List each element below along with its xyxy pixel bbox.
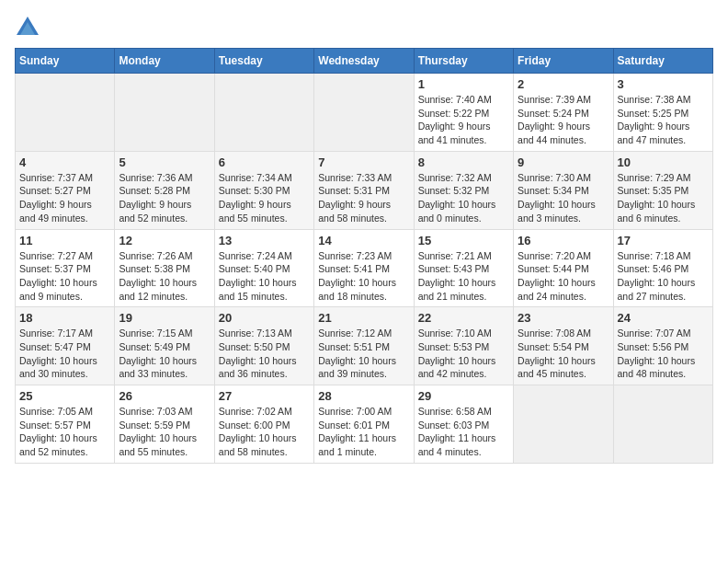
calendar-cell: 4Sunrise: 7:37 AMSunset: 5:27 PMDaylight… bbox=[16, 151, 115, 229]
day-info: Sunrise: 7:10 AMSunset: 5:53 PMDaylight:… bbox=[418, 327, 509, 381]
calendar-week-row: 4Sunrise: 7:37 AMSunset: 5:27 PMDaylight… bbox=[16, 151, 713, 229]
calendar-cell: 16Sunrise: 7:20 AMSunset: 5:44 PMDayligh… bbox=[514, 229, 613, 307]
day-info: Sunrise: 7:32 AMSunset: 5:32 PMDaylight:… bbox=[418, 171, 509, 225]
day-number: 20 bbox=[219, 311, 310, 325]
day-number: 4 bbox=[19, 155, 110, 169]
day-info: Sunrise: 7:40 AMSunset: 5:22 PMDaylight:… bbox=[418, 93, 509, 147]
day-info: Sunrise: 7:17 AMSunset: 5:47 PMDaylight:… bbox=[19, 327, 110, 381]
day-info: Sunrise: 7:07 AMSunset: 5:56 PMDaylight:… bbox=[618, 327, 709, 381]
day-number: 5 bbox=[119, 155, 210, 169]
day-info: Sunrise: 6:58 AMSunset: 6:03 PMDaylight:… bbox=[418, 405, 509, 459]
day-info: Sunrise: 7:29 AMSunset: 5:35 PMDaylight:… bbox=[618, 171, 709, 225]
calendar-cell: 18Sunrise: 7:17 AMSunset: 5:47 PMDayligh… bbox=[16, 307, 115, 385]
calendar-cell: 29Sunrise: 6:58 AMSunset: 6:03 PMDayligh… bbox=[414, 385, 513, 464]
day-info: Sunrise: 7:39 AMSunset: 5:24 PMDaylight:… bbox=[518, 93, 609, 147]
day-info: Sunrise: 7:21 AMSunset: 5:43 PMDaylight:… bbox=[418, 249, 509, 304]
calendar-cell bbox=[613, 385, 712, 464]
day-info: Sunrise: 7:20 AMSunset: 5:44 PMDaylight:… bbox=[518, 249, 609, 304]
calendar-cell: 24Sunrise: 7:07 AMSunset: 5:56 PMDayligh… bbox=[613, 307, 712, 385]
day-info: Sunrise: 7:38 AMSunset: 5:25 PMDaylight:… bbox=[618, 93, 709, 147]
day-number: 14 bbox=[318, 234, 409, 247]
calendar-cell bbox=[16, 74, 115, 152]
calendar-header-row: SundayMondayTuesdayWednesdayThursdayFrid… bbox=[16, 49, 713, 74]
day-number: 13 bbox=[219, 234, 310, 247]
day-number: 6 bbox=[219, 155, 310, 169]
day-number: 7 bbox=[318, 155, 409, 169]
calendar-cell: 19Sunrise: 7:15 AMSunset: 5:49 PMDayligh… bbox=[115, 307, 214, 385]
day-info: Sunrise: 7:03 AMSunset: 5:59 PMDaylight:… bbox=[119, 405, 210, 459]
calendar-week-row: 11Sunrise: 7:27 AMSunset: 5:37 PMDayligh… bbox=[16, 229, 713, 307]
column-header-sunday: Sunday bbox=[16, 49, 115, 74]
day-info: Sunrise: 7:13 AMSunset: 5:50 PMDaylight:… bbox=[219, 327, 310, 381]
calendar-cell: 11Sunrise: 7:27 AMSunset: 5:37 PMDayligh… bbox=[16, 229, 115, 307]
day-number: 3 bbox=[618, 77, 709, 91]
calendar-week-row: 1Sunrise: 7:40 AMSunset: 5:22 PMDaylight… bbox=[16, 74, 713, 152]
calendar-cell: 2Sunrise: 7:39 AMSunset: 5:24 PMDaylight… bbox=[514, 74, 613, 152]
day-number: 11 bbox=[19, 234, 110, 247]
day-number: 28 bbox=[318, 389, 409, 403]
day-number: 27 bbox=[219, 389, 310, 403]
day-info: Sunrise: 7:36 AMSunset: 5:28 PMDaylight:… bbox=[119, 171, 210, 225]
day-number: 12 bbox=[119, 234, 210, 247]
calendar-cell: 25Sunrise: 7:05 AMSunset: 5:57 PMDayligh… bbox=[16, 385, 115, 464]
logo-icon bbox=[15, 15, 40, 40]
calendar-cell: 21Sunrise: 7:12 AMSunset: 5:51 PMDayligh… bbox=[314, 307, 414, 385]
calendar-cell: 20Sunrise: 7:13 AMSunset: 5:50 PMDayligh… bbox=[214, 307, 313, 385]
calendar-cell: 10Sunrise: 7:29 AMSunset: 5:35 PMDayligh… bbox=[613, 151, 712, 229]
day-number: 29 bbox=[418, 389, 509, 403]
calendar-cell: 26Sunrise: 7:03 AMSunset: 5:59 PMDayligh… bbox=[115, 385, 214, 464]
calendar-week-row: 25Sunrise: 7:05 AMSunset: 5:57 PMDayligh… bbox=[16, 385, 713, 464]
day-info: Sunrise: 7:08 AMSunset: 5:54 PMDaylight:… bbox=[518, 327, 609, 381]
calendar-cell bbox=[115, 74, 214, 152]
day-number: 17 bbox=[618, 234, 709, 247]
calendar-cell: 1Sunrise: 7:40 AMSunset: 5:22 PMDaylight… bbox=[414, 74, 513, 152]
logo bbox=[15, 15, 44, 40]
column-header-thursday: Thursday bbox=[414, 49, 513, 74]
calendar-cell: 28Sunrise: 7:00 AMSunset: 6:01 PMDayligh… bbox=[314, 385, 414, 464]
day-number: 19 bbox=[119, 311, 210, 325]
calendar-cell: 23Sunrise: 7:08 AMSunset: 5:54 PMDayligh… bbox=[514, 307, 613, 385]
day-info: Sunrise: 7:12 AMSunset: 5:51 PMDaylight:… bbox=[318, 327, 409, 381]
day-info: Sunrise: 7:23 AMSunset: 5:41 PMDaylight:… bbox=[318, 249, 409, 304]
day-number: 10 bbox=[618, 155, 709, 169]
day-info: Sunrise: 7:05 AMSunset: 5:57 PMDaylight:… bbox=[19, 405, 110, 459]
day-info: Sunrise: 7:00 AMSunset: 6:01 PMDaylight:… bbox=[318, 405, 409, 459]
column-header-monday: Monday bbox=[115, 49, 214, 74]
day-info: Sunrise: 7:33 AMSunset: 5:31 PMDaylight:… bbox=[318, 171, 409, 225]
day-number: 1 bbox=[418, 77, 509, 91]
day-number: 18 bbox=[19, 311, 110, 325]
day-number: 24 bbox=[618, 311, 709, 325]
column-header-friday: Friday bbox=[514, 49, 613, 74]
calendar-cell: 17Sunrise: 7:18 AMSunset: 5:46 PMDayligh… bbox=[613, 229, 712, 307]
day-number: 26 bbox=[119, 389, 210, 403]
calendar-cell bbox=[514, 385, 613, 464]
day-info: Sunrise: 7:26 AMSunset: 5:38 PMDaylight:… bbox=[119, 249, 210, 304]
day-number: 9 bbox=[518, 155, 609, 169]
day-info: Sunrise: 7:24 AMSunset: 5:40 PMDaylight:… bbox=[219, 249, 310, 304]
calendar-cell: 8Sunrise: 7:32 AMSunset: 5:32 PMDaylight… bbox=[414, 151, 513, 229]
day-number: 21 bbox=[318, 311, 409, 325]
day-number: 23 bbox=[518, 311, 609, 325]
calendar-cell: 9Sunrise: 7:30 AMSunset: 5:34 PMDaylight… bbox=[514, 151, 613, 229]
column-header-saturday: Saturday bbox=[613, 49, 712, 74]
column-header-tuesday: Tuesday bbox=[214, 49, 313, 74]
calendar-cell: 6Sunrise: 7:34 AMSunset: 5:30 PMDaylight… bbox=[214, 151, 313, 229]
day-info: Sunrise: 7:30 AMSunset: 5:34 PMDaylight:… bbox=[518, 171, 609, 225]
calendar-cell: 14Sunrise: 7:23 AMSunset: 5:41 PMDayligh… bbox=[314, 229, 414, 307]
day-number: 2 bbox=[518, 77, 609, 91]
calendar-cell: 7Sunrise: 7:33 AMSunset: 5:31 PMDaylight… bbox=[314, 151, 414, 229]
day-info: Sunrise: 7:34 AMSunset: 5:30 PMDaylight:… bbox=[219, 171, 310, 225]
day-info: Sunrise: 7:37 AMSunset: 5:27 PMDaylight:… bbox=[19, 171, 110, 225]
day-number: 8 bbox=[418, 155, 509, 169]
day-number: 15 bbox=[418, 234, 509, 247]
day-info: Sunrise: 7:27 AMSunset: 5:37 PMDaylight:… bbox=[19, 249, 110, 304]
calendar-cell: 22Sunrise: 7:10 AMSunset: 5:53 PMDayligh… bbox=[414, 307, 513, 385]
calendar-cell: 13Sunrise: 7:24 AMSunset: 5:40 PMDayligh… bbox=[214, 229, 313, 307]
column-header-wednesday: Wednesday bbox=[314, 49, 414, 74]
page-header bbox=[15, 15, 713, 40]
calendar-table: SundayMondayTuesdayWednesdayThursdayFrid… bbox=[15, 48, 713, 464]
day-info: Sunrise: 7:18 AMSunset: 5:46 PMDaylight:… bbox=[618, 249, 709, 304]
day-info: Sunrise: 7:02 AMSunset: 6:00 PMDaylight:… bbox=[219, 405, 310, 459]
calendar-cell: 3Sunrise: 7:38 AMSunset: 5:25 PMDaylight… bbox=[613, 74, 712, 152]
day-number: 16 bbox=[518, 234, 609, 247]
